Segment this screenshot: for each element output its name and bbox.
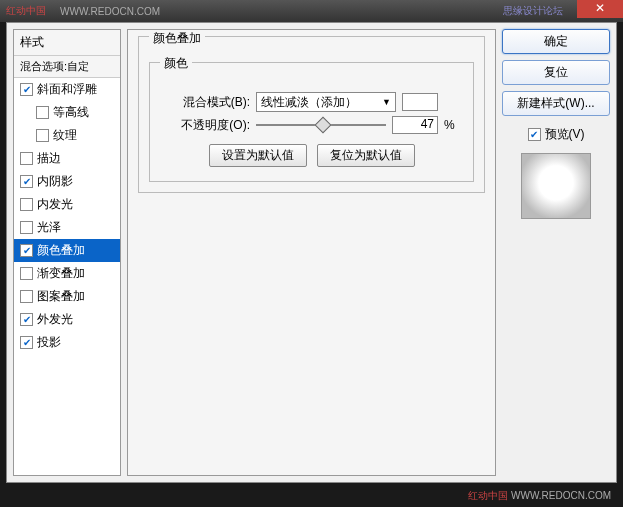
style-item-4[interactable]: 内阴影 xyxy=(14,170,120,193)
blend-mode-value: 线性减淡（添加） xyxy=(261,94,357,111)
style-label: 等高线 xyxy=(53,104,89,121)
style-label: 外发光 xyxy=(37,311,73,328)
reset-button[interactable]: 复位 xyxy=(502,60,610,85)
color-swatch[interactable] xyxy=(402,93,438,111)
opacity-slider[interactable] xyxy=(256,117,386,133)
titlebar: 红动中国 WWW.REDOCN.COM 思缘设计论坛 ✕ xyxy=(0,0,623,22)
watermark-left-1: 红动中国 xyxy=(6,4,46,18)
style-item-9[interactable]: 图案叠加 xyxy=(14,285,120,308)
opacity-unit: % xyxy=(444,118,455,132)
style-item-10[interactable]: 外发光 xyxy=(14,308,120,331)
styles-panel: 样式 混合选项:自定 斜面和浮雕等高线纹理描边内阴影内发光光泽颜色叠加渐变叠加图… xyxy=(13,29,121,476)
preview-label: 预览(V) xyxy=(545,126,585,143)
watermark-right-1: 思缘设计论坛 xyxy=(503,4,563,18)
style-checkbox[interactable] xyxy=(36,106,49,119)
style-label: 投影 xyxy=(37,334,61,351)
section-title: 颜色叠加 xyxy=(149,30,205,47)
style-checkbox[interactable] xyxy=(20,83,33,96)
style-checkbox[interactable] xyxy=(20,313,33,326)
color-group-label: 颜色 xyxy=(160,55,192,72)
preview-thumbnail xyxy=(521,153,591,219)
set-default-button[interactable]: 设置为默认值 xyxy=(209,144,307,167)
style-checkbox[interactable] xyxy=(20,244,33,257)
ok-button[interactable]: 确定 xyxy=(502,29,610,54)
style-checkbox[interactable] xyxy=(20,221,33,234)
style-item-3[interactable]: 描边 xyxy=(14,147,120,170)
chevron-down-icon: ▼ xyxy=(382,97,391,107)
action-panel: 确定 复位 新建样式(W)... 预览(V) xyxy=(502,29,610,476)
style-item-11[interactable]: 投影 xyxy=(14,331,120,354)
blend-mode-label: 混合模式(B): xyxy=(160,94,250,111)
style-checkbox[interactable] xyxy=(20,198,33,211)
style-checkbox[interactable] xyxy=(20,175,33,188)
style-label: 内阴影 xyxy=(37,173,73,190)
preview-checkbox[interactable] xyxy=(528,128,541,141)
style-item-7[interactable]: 颜色叠加 xyxy=(14,239,120,262)
style-checkbox[interactable] xyxy=(20,267,33,280)
style-label: 渐变叠加 xyxy=(37,265,85,282)
style-label: 颜色叠加 xyxy=(37,242,85,259)
style-item-2[interactable]: 纹理 xyxy=(14,124,120,147)
reset-default-button[interactable]: 复位为默认值 xyxy=(317,144,415,167)
footer-watermark: 红动中国 WWW.REDOCN.COM xyxy=(468,489,611,503)
style-label: 内发光 xyxy=(37,196,73,213)
close-button[interactable]: ✕ xyxy=(577,0,623,18)
style-label: 斜面和浮雕 xyxy=(37,81,97,98)
style-checkbox[interactable] xyxy=(20,152,33,165)
styles-header[interactable]: 样式 xyxy=(14,30,120,56)
opacity-label: 不透明度(O): xyxy=(160,117,250,134)
style-checkbox[interactable] xyxy=(20,290,33,303)
new-style-button[interactable]: 新建样式(W)... xyxy=(502,91,610,116)
style-item-0[interactable]: 斜面和浮雕 xyxy=(14,78,120,101)
settings-panel: 颜色叠加 颜色 混合模式(B): 线性减淡（添加） ▼ 不透明度(O): xyxy=(127,29,496,476)
style-label: 纹理 xyxy=(53,127,77,144)
opacity-input[interactable]: 47 xyxy=(392,116,438,134)
style-item-1[interactable]: 等高线 xyxy=(14,101,120,124)
style-label: 光泽 xyxy=(37,219,61,236)
style-item-5[interactable]: 内发光 xyxy=(14,193,120,216)
style-item-8[interactable]: 渐变叠加 xyxy=(14,262,120,285)
blend-mode-dropdown[interactable]: 线性减淡（添加） ▼ xyxy=(256,92,396,112)
style-checkbox[interactable] xyxy=(20,336,33,349)
style-label: 描边 xyxy=(37,150,61,167)
watermark-left-2: WWW.REDOCN.COM xyxy=(60,6,160,17)
blend-options[interactable]: 混合选项:自定 xyxy=(14,56,120,78)
layer-style-dialog: 样式 混合选项:自定 斜面和浮雕等高线纹理描边内阴影内发光光泽颜色叠加渐变叠加图… xyxy=(6,22,617,483)
style-label: 图案叠加 xyxy=(37,288,85,305)
style-checkbox[interactable] xyxy=(36,129,49,142)
style-list: 斜面和浮雕等高线纹理描边内阴影内发光光泽颜色叠加渐变叠加图案叠加外发光投影 xyxy=(14,78,120,475)
style-item-6[interactable]: 光泽 xyxy=(14,216,120,239)
